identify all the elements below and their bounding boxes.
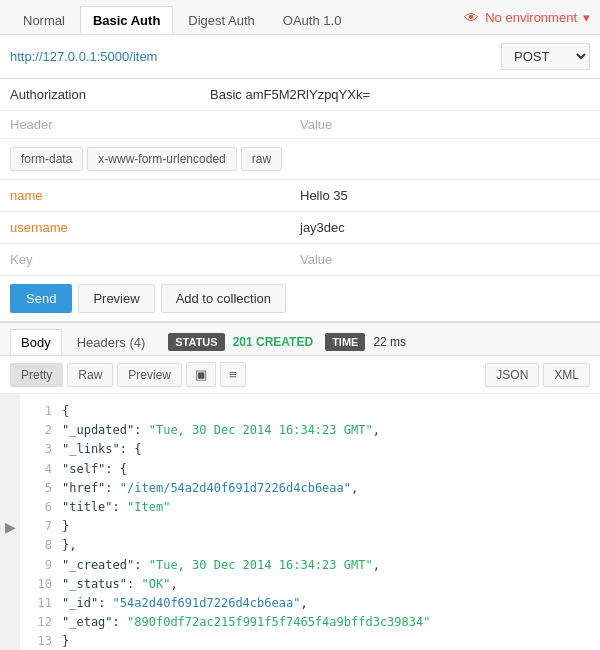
- field-label-key: Key: [10, 252, 300, 267]
- json-line: 7 }: [20, 517, 600, 536]
- tab-basic-auth[interactable]: Basic Auth: [80, 6, 173, 34]
- url-bar: POST GET PUT DELETE: [0, 35, 600, 79]
- wrap-icon[interactable]: ▣: [186, 362, 216, 387]
- line-number: 3: [24, 440, 52, 459]
- line-content: "href": "/item/54a2d40f691d7226d4cb6eaa"…: [62, 479, 358, 498]
- json-line: 6 "title": "Item": [20, 498, 600, 517]
- line-content: "_links": {: [62, 440, 141, 459]
- btn-xml[interactable]: XML: [543, 363, 590, 387]
- tab-digest-auth[interactable]: Digest Auth: [175, 6, 268, 34]
- field-row-username: username jay3dec: [0, 212, 600, 244]
- line-content: }: [62, 632, 69, 650]
- auth-row: Authorization Basic amF5M2RlYzpqYXk=: [0, 79, 600, 111]
- line-content: "_id": "54a2d40f691d7226d4cb6eaa",: [62, 594, 308, 613]
- response-body-wrapper: ▶ 1{2 "_updated": "Tue, 30 Dec 2014 16:3…: [0, 394, 600, 650]
- format-icon[interactable]: ≡: [220, 362, 246, 387]
- line-number: 1: [24, 402, 52, 421]
- line-content: "_created": "Tue, 30 Dec 2014 16:34:23 G…: [62, 556, 380, 575]
- url-input[interactable]: [10, 49, 493, 64]
- add-to-collection-button[interactable]: Add to collection: [161, 284, 286, 313]
- line-content: "_updated": "Tue, 30 Dec 2014 16:34:23 G…: [62, 421, 380, 440]
- json-line: 12 "_etag": "890f0df72ac215f991f5f7465f4…: [20, 613, 600, 632]
- json-body: 1{2 "_updated": "Tue, 30 Dec 2014 16:34:…: [20, 394, 600, 650]
- btn-form-data[interactable]: form-data: [10, 147, 83, 171]
- field-value-name: Hello 35: [300, 188, 590, 203]
- method-select[interactable]: POST GET PUT DELETE: [501, 43, 590, 70]
- header-value-row: Header Value: [0, 111, 600, 139]
- body-type-row: form-data x-www-form-urlencoded raw: [0, 139, 600, 180]
- btn-pretty[interactable]: Pretty: [10, 363, 63, 387]
- action-row: Send Preview Add to collection: [0, 276, 600, 323]
- line-number: 4: [24, 460, 52, 479]
- response-tabs: Body Headers (4) STATUS 201 CREATED TIME…: [0, 323, 600, 356]
- btn-json[interactable]: JSON: [485, 363, 539, 387]
- line-content: },: [62, 536, 76, 555]
- line-number: 10: [24, 575, 52, 594]
- value-placeholder: Value: [300, 117, 590, 132]
- time-value: 22 ms: [373, 335, 406, 349]
- btn-urlencoded[interactable]: x-www-form-urlencoded: [87, 147, 236, 171]
- format-row: Pretty Raw Preview ▣ ≡ JSON XML: [0, 356, 600, 394]
- env-selector[interactable]: 👁 No environment ▾: [464, 9, 590, 32]
- line-number: 8: [24, 536, 52, 555]
- auth-value: Basic amF5M2RlYzpqYXk=: [210, 87, 370, 102]
- tab-body[interactable]: Body: [10, 329, 62, 355]
- line-number: 7: [24, 517, 52, 536]
- line-number: 9: [24, 556, 52, 575]
- line-number: 6: [24, 498, 52, 517]
- line-number: 5: [24, 479, 52, 498]
- btn-raw[interactable]: raw: [241, 147, 282, 171]
- line-number: 11: [24, 594, 52, 613]
- json-line: 2 "_updated": "Tue, 30 Dec 2014 16:34:23…: [20, 421, 600, 440]
- json-line: 3 "_links": {: [20, 440, 600, 459]
- line-content: "_etag": "890f0df72ac215f991f5f7465f4a9b…: [62, 613, 430, 632]
- line-content: "self": {: [62, 460, 127, 479]
- json-line: 1{: [20, 402, 600, 421]
- btn-preview-response[interactable]: Preview: [117, 363, 182, 387]
- field-row-key: Key Value: [0, 244, 600, 276]
- auth-tabs: Normal Basic Auth Digest Auth OAuth 1.0 …: [0, 0, 600, 35]
- line-content: "_status": "OK",: [62, 575, 178, 594]
- field-value-username: jay3dec: [300, 220, 590, 235]
- line-content: {: [62, 402, 69, 421]
- btn-raw[interactable]: Raw: [67, 363, 113, 387]
- chevron-down-icon: ▾: [583, 10, 590, 25]
- header-placeholder: Header: [10, 117, 300, 132]
- json-line: 4 "self": {: [20, 460, 600, 479]
- line-content: "title": "Item": [62, 498, 170, 517]
- field-label-name: name: [10, 188, 300, 203]
- gutter-arrow[interactable]: ▶: [0, 394, 20, 650]
- status-label: STATUS: [168, 333, 224, 351]
- tab-normal[interactable]: Normal: [10, 6, 78, 34]
- line-number: 13: [24, 632, 52, 650]
- time-label: TIME: [325, 333, 365, 351]
- json-line: 11 "_id": "54a2d40f691d7226d4cb6eaa",: [20, 594, 600, 613]
- env-label: No environment: [485, 10, 577, 25]
- line-number: 12: [24, 613, 52, 632]
- send-button[interactable]: Send: [10, 284, 72, 313]
- field-label-username: username: [10, 220, 300, 235]
- preview-button[interactable]: Preview: [78, 284, 154, 313]
- line-number: 2: [24, 421, 52, 440]
- json-line: 5 "href": "/item/54a2d40f691d7226d4cb6ea…: [20, 479, 600, 498]
- eye-icon: 👁: [464, 9, 479, 26]
- field-row-name: name Hello 35: [0, 180, 600, 212]
- json-line: 13}: [20, 632, 600, 650]
- tab-oauth[interactable]: OAuth 1.0: [270, 6, 355, 34]
- tab-headers[interactable]: Headers (4): [66, 329, 157, 355]
- field-value-key: Value: [300, 252, 590, 267]
- json-line: 10 "_status": "OK",: [20, 575, 600, 594]
- json-line: 8 },: [20, 536, 600, 555]
- json-line: 9 "_created": "Tue, 30 Dec 2014 16:34:23…: [20, 556, 600, 575]
- line-content: }: [62, 517, 69, 536]
- status-code: 201 CREATED: [233, 335, 313, 349]
- auth-label: Authorization: [10, 87, 210, 102]
